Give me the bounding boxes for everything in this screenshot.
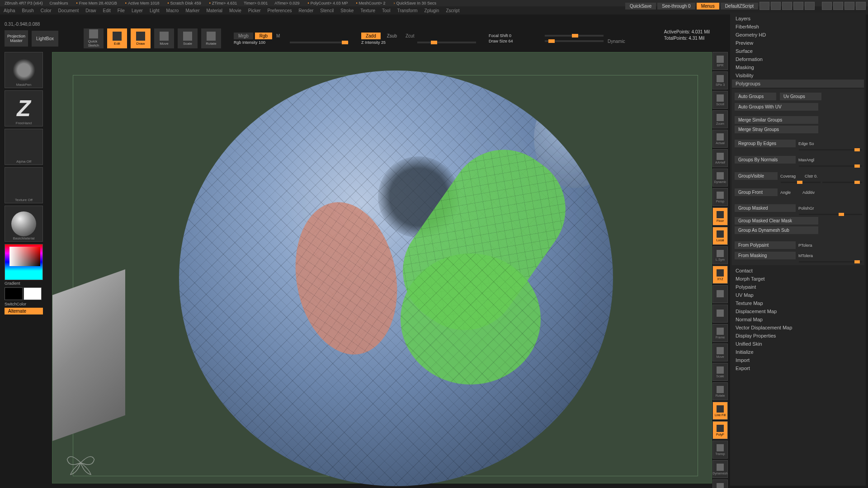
lock-icon[interactable] bbox=[822, 2, 832, 10]
menu-item[interactable]: Zplugin bbox=[425, 8, 439, 13]
uv-groups-button[interactable]: Uv Groups bbox=[780, 93, 821, 100]
viewport-icon-scroll[interactable]: Scroll bbox=[712, 91, 728, 109]
panel-section-masking[interactable]: Masking bbox=[732, 63, 864, 71]
zsub-button[interactable]: Zsub bbox=[382, 33, 401, 39]
layout-icon[interactable] bbox=[793, 2, 803, 10]
viewport-icon-dynamic[interactable]: Dynamic bbox=[712, 169, 728, 187]
menu-item[interactable]: Macro bbox=[166, 8, 179, 13]
auto-groups-uv-button[interactable]: Auto Groups With UV bbox=[735, 103, 818, 111]
m-button[interactable]: M bbox=[276, 33, 280, 38]
viewport-icon-blank[interactable] bbox=[712, 285, 728, 303]
switch-color-button[interactable]: SwitchColor bbox=[5, 302, 47, 306]
menu-item[interactable]: Picker bbox=[248, 8, 261, 13]
menu-item[interactable]: Render bbox=[299, 8, 314, 13]
regroup-edges-button[interactable]: Regroup By Edges bbox=[735, 140, 796, 147]
group-visible-button[interactable]: GroupVisible bbox=[735, 172, 778, 180]
close-icon[interactable] bbox=[856, 2, 866, 10]
menu-item[interactable]: Draw bbox=[85, 8, 96, 13]
clstr-slider[interactable] bbox=[822, 182, 862, 183]
panel-section-import[interactable]: Import bbox=[732, 356, 864, 364]
panel-section-contact[interactable]: Contact bbox=[732, 267, 864, 275]
alpha-picker[interactable]: Alpha Off bbox=[5, 129, 43, 165]
auto-groups-button[interactable]: Auto Groups bbox=[735, 93, 776, 100]
panel-section-deformation[interactable]: Deformation bbox=[732, 55, 864, 63]
group-dynamesh-button[interactable]: Group As Dynamesh Sub bbox=[735, 226, 818, 234]
menu-item[interactable]: Tool bbox=[382, 8, 390, 13]
brush-picker[interactable]: MaskPen bbox=[5, 52, 43, 88]
panel-section-texture-map[interactable]: Texture Map bbox=[732, 299, 864, 307]
gradient-label[interactable]: Gradient bbox=[5, 281, 47, 286]
viewport-icon-rotate[interactable]: Rotate bbox=[712, 382, 728, 400]
menu-item[interactable]: Zscript bbox=[446, 8, 459, 13]
viewport-icon-actual[interactable]: Actual bbox=[712, 130, 728, 148]
panel-section-layers[interactable]: Layers bbox=[732, 14, 864, 23]
viewport-icon-line-fill[interactable]: Line Fill bbox=[712, 402, 728, 420]
panel-section-unified-skin[interactable]: Unified Skin bbox=[732, 340, 864, 348]
menu-item[interactable]: Color bbox=[41, 8, 52, 13]
panel-section-display-properties[interactable]: Display Properties bbox=[732, 332, 864, 340]
menu-item[interactable]: File bbox=[118, 8, 125, 13]
menu-item[interactable]: Stencil bbox=[320, 8, 334, 13]
edge-soft-slider[interactable] bbox=[799, 149, 862, 150]
menu-item[interactable]: Marker bbox=[185, 8, 199, 13]
polygroups-header[interactable]: Polygroups bbox=[732, 80, 864, 88]
panel-section-export[interactable]: Export bbox=[732, 364, 864, 372]
stroke-picker[interactable]: Z FreeHand bbox=[5, 90, 43, 127]
rotate-button[interactable]: Rotate bbox=[201, 28, 221, 48]
zadd-button[interactable]: Zadd bbox=[361, 33, 381, 39]
layout-icon[interactable] bbox=[760, 2, 769, 10]
panel-section-preview[interactable]: Preview bbox=[732, 39, 864, 47]
z-intensity-slider[interactable] bbox=[417, 42, 476, 43]
mtolerance-slider[interactable] bbox=[799, 261, 862, 263]
layout-icon[interactable] bbox=[782, 2, 792, 10]
panel-section-visibility[interactable]: Visibility bbox=[732, 71, 864, 80]
panel-section-uv-map[interactable]: UV Map bbox=[732, 291, 864, 299]
panel-section-normal-map[interactable]: Normal Map bbox=[732, 315, 864, 324]
menu-item[interactable]: Brush bbox=[22, 8, 34, 13]
menu-item[interactable]: Movie bbox=[229, 8, 241, 13]
projection-master-button[interactable]: Projection Master bbox=[5, 30, 28, 47]
menu-item[interactable]: Layer bbox=[132, 8, 143, 13]
menu-item[interactable]: Material bbox=[207, 8, 223, 13]
menu-item[interactable]: Stroke bbox=[340, 8, 354, 13]
groups-normals-button[interactable]: Groups By Normals bbox=[735, 156, 796, 164]
minimize-icon[interactable] bbox=[833, 2, 843, 10]
default-zscript-button[interactable]: DefaultZScript bbox=[721, 3, 758, 9]
zcut-button[interactable]: Zcut bbox=[406, 33, 414, 38]
group-front-button[interactable]: Group Front bbox=[735, 188, 778, 196]
viewport-icon-frame[interactable]: Frame bbox=[712, 324, 728, 342]
panel-section-fibermesh[interactable]: FiberMesh bbox=[732, 23, 864, 31]
viewport-icon-scale[interactable]: Scale bbox=[712, 363, 728, 381]
viewport-icon-spix-3[interactable]: SPix 3 bbox=[712, 71, 728, 89]
draw-size-slider[interactable] bbox=[545, 40, 604, 42]
panel-section-initialize[interactable]: Initialize bbox=[732, 348, 864, 356]
quick-sketch-button[interactable]: Quick Sketch bbox=[84, 28, 104, 48]
mrgb-button[interactable]: Mrgb bbox=[234, 33, 253, 39]
texture-picker[interactable]: Texture Off bbox=[5, 167, 43, 203]
primary-color-swatch[interactable] bbox=[24, 287, 42, 300]
focal-shift-slider[interactable] bbox=[545, 35, 604, 37]
color-picker[interactable] bbox=[5, 244, 43, 280]
viewport-icon-l.sym[interactable]: L.Sym bbox=[712, 246, 728, 264]
merge-stray-button[interactable]: Merge Stray Groups bbox=[735, 126, 818, 133]
maximize-icon[interactable] bbox=[844, 2, 854, 10]
secondary-color-swatch[interactable] bbox=[5, 287, 23, 300]
viewport-icon-xyz[interactable]: XYZ bbox=[712, 266, 728, 284]
draw-button[interactable]: Draw bbox=[131, 28, 151, 48]
layout-icon[interactable] bbox=[771, 2, 781, 10]
from-polypaint-button[interactable]: From Polypaint bbox=[735, 241, 796, 249]
menus-button[interactable]: Menus bbox=[697, 3, 719, 9]
rgb-intensity-slider[interactable] bbox=[290, 42, 349, 43]
viewport-icon-polyf[interactable]: PolyF bbox=[712, 421, 728, 439]
layout-icon[interactable] bbox=[805, 2, 815, 10]
viewport-icon-local[interactable]: Local bbox=[712, 227, 728, 245]
viewport[interactable] bbox=[52, 52, 712, 483]
panel-section-vector-displacement-map[interactable]: Vector Displacement Map bbox=[732, 324, 864, 332]
menu-item[interactable]: Preferences bbox=[268, 8, 292, 13]
viewport-icon-bpr[interactable]: BPR bbox=[712, 52, 728, 70]
menu-item[interactable]: Document bbox=[58, 8, 79, 13]
viewport-icon-solo[interactable]: Solo bbox=[712, 479, 728, 488]
max-angle-slider[interactable] bbox=[799, 165, 862, 167]
dynamic-label[interactable]: Dynamic bbox=[608, 39, 625, 44]
menu-item[interactable]: Edit bbox=[103, 8, 111, 13]
